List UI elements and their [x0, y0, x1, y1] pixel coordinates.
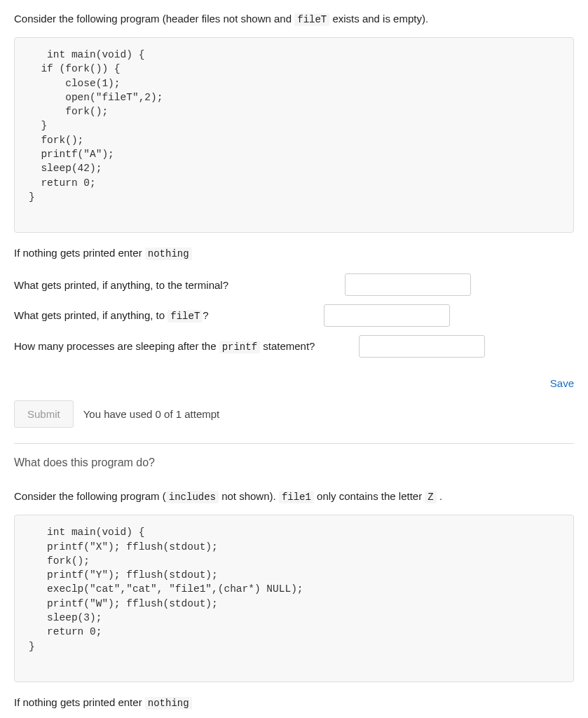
divider [14, 443, 574, 444]
q1-question2-row: What gets printed, if anything, to fileT… [14, 304, 574, 327]
q1-code-block: int main(void) { if (fork()) { close(1);… [14, 37, 574, 233]
q1-question3-code: printf [219, 341, 260, 353]
q2-hint-prefix: If nothing gets printed enter [14, 696, 145, 708]
q2-intro-code2: file1 [279, 491, 314, 503]
q2-hint: If nothing gets printed enter nothing [14, 696, 574, 709]
submit-button[interactable]: Submit [14, 400, 74, 428]
q1-question1-label: What gets printed, if anything, to the t… [14, 279, 336, 291]
q2-hint-code: nothing [145, 697, 192, 710]
q1-intro-suffix: exists and is empty). [329, 13, 428, 25]
q2-intro-p3: only contains the letter [314, 490, 425, 502]
q2-code-block: int main(void) { printf("X"); fflush(std… [14, 515, 574, 682]
submit-row: Submit You have used 0 of 1 attempt [14, 400, 574, 428]
q2-intro-p2: not shown). [219, 490, 279, 502]
attempt-text: You have used 0 of 1 attempt [83, 408, 220, 420]
q1-question3-input[interactable] [359, 335, 485, 358]
q2-intro-p4: . [437, 490, 442, 502]
q2-intro-code3: Z [425, 491, 436, 503]
q1-question2-prefix: What gets printed, if anything, to [14, 309, 167, 321]
q1-question2-code: fileT [167, 310, 203, 323]
q1-intro-code: fileT [294, 13, 329, 26]
q2-intro-p1: Consider the following program ( [14, 490, 166, 502]
save-row: Save [14, 377, 574, 389]
q1-intro: Consider the following program (header f… [14, 11, 574, 27]
q1-question3-row: How many processes are sleeping after th… [14, 335, 574, 358]
q1-hint: If nothing gets printed enter nothing [14, 247, 574, 259]
q2-intro-code1: includes [166, 491, 219, 503]
q1-question3-suffix: statement? [260, 340, 315, 352]
q1-question1-row: What gets printed, if anything, to the t… [14, 273, 574, 296]
q1-hint-prefix: If nothing gets printed enter [14, 247, 145, 259]
q1-question1-input[interactable] [345, 273, 471, 296]
q1-question3-label: How many processes are sleeping after th… [14, 340, 336, 353]
q1-question2-label: What gets printed, if anything, to fileT… [14, 309, 336, 322]
section2-heading: What does this program do? [14, 456, 574, 469]
q1-question2-suffix: ? [203, 309, 208, 321]
q1-question3-prefix: How many processes are sleeping after th… [14, 340, 219, 352]
save-link[interactable]: Save [550, 377, 574, 389]
q1-question2-input[interactable] [324, 304, 450, 327]
q2-intro: Consider the following program (includes… [14, 489, 574, 505]
q1-hint-code: nothing [145, 248, 192, 260]
q1-intro-prefix: Consider the following program (header f… [14, 13, 294, 25]
